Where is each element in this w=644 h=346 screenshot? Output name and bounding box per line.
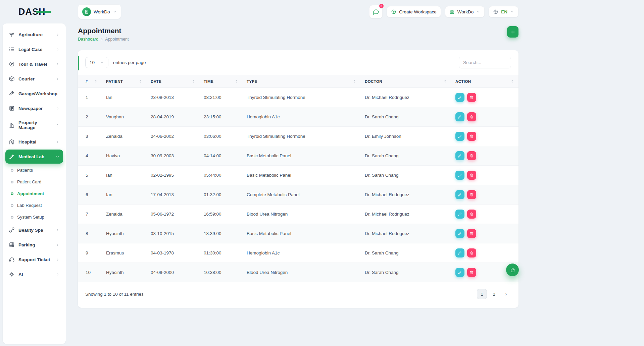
chevron-right-icon — [55, 243, 60, 247]
showing-entries-text: Showing 1 to 10 of 11 entries — [85, 292, 144, 297]
column-header-type[interactable]: TYPE — [243, 75, 361, 88]
cell-date: 17-04-2013 — [147, 185, 200, 205]
page-button-2[interactable]: 2 — [489, 289, 499, 299]
next-page-button[interactable]: › — [501, 289, 511, 299]
tour-icon — [9, 61, 15, 67]
sidebar-item-parking[interactable]: Parking — [5, 238, 63, 252]
sidebar-item-label: Hospital — [18, 139, 36, 145]
add-appointment-button[interactable] — [507, 26, 518, 38]
cell-actions — [451, 185, 518, 205]
sidebar-item-newspaper[interactable]: Newspaper — [5, 101, 63, 115]
workspace-selector[interactable]: WorkDo — [78, 4, 121, 19]
sidebar-item-label: Beauty Spa — [18, 228, 43, 233]
sidebar-item-medical-lab[interactable]: Medical Lab — [5, 150, 63, 164]
edit-button[interactable] — [455, 210, 464, 219]
pencil-icon — [458, 154, 462, 158]
column-header-doctor[interactable]: DOCTOR — [361, 75, 451, 88]
bullet-icon — [11, 204, 13, 207]
sort-icon — [352, 79, 357, 83]
delete-button[interactable] — [467, 190, 476, 199]
search-input[interactable] — [459, 57, 511, 68]
chevron-right-icon — [55, 33, 60, 37]
sidebar-item-ai[interactable]: AI — [5, 267, 63, 281]
cell-patient: Zenaida — [102, 127, 147, 146]
edit-button[interactable] — [455, 171, 464, 180]
pencil-icon — [458, 115, 462, 119]
sidebar-subitem-lab-request[interactable]: Lab Request — [5, 199, 63, 211]
sidebar-subitem-patient-card[interactable]: Patient Card — [5, 176, 63, 188]
delete-button[interactable] — [467, 93, 476, 102]
column-header-[interactable]: # — [78, 75, 102, 88]
trash-icon — [469, 251, 474, 255]
column-header-time[interactable]: TIME — [200, 75, 243, 88]
sidebar-item-beauty-spa[interactable]: Beauty Spa — [5, 223, 63, 237]
cell-num: 9 — [78, 243, 102, 263]
breadcrumb-dashboard[interactable]: Dashboard — [78, 37, 98, 42]
edit-button[interactable] — [455, 112, 464, 121]
sort-icon — [94, 79, 98, 83]
sidebar-item-hospital[interactable]: Hospital — [5, 135, 63, 149]
edit-button[interactable] — [455, 248, 464, 257]
sidebar-item-label: Support Ticket — [18, 257, 50, 262]
trash-icon — [469, 134, 474, 138]
page-head: Appointment Dashboard › Appointment — [78, 25, 518, 42]
sidebar-item-courier[interactable]: Courier — [5, 72, 63, 86]
sidebar-subitem-patients[interactable]: Patients — [5, 164, 63, 176]
card-toolbar: 10 entries per page — [78, 50, 518, 75]
table-row: 5Ian02-02-199505:44:00Basic Metabolic Pa… — [78, 166, 518, 185]
sidebar-item-agriculture[interactable]: Agriculture — [5, 27, 63, 42]
cell-doctor: Dr. Michael Rodriguez — [361, 88, 451, 107]
sidebar-item-support-ticket[interactable]: Support Ticket — [5, 252, 63, 267]
sidebar-subitem-appointment[interactable]: Appointment — [5, 188, 63, 199]
sort-icon — [191, 79, 196, 83]
delete-button[interactable] — [467, 229, 476, 238]
edit-button[interactable] — [455, 268, 464, 277]
delete-button[interactable] — [467, 151, 476, 160]
workdo-menu[interactable]: WorkDo — [445, 6, 485, 17]
sidebar-subitem-system-setup[interactable]: System Setup — [5, 211, 63, 223]
cell-doctor: Dr. Sarah Chang — [361, 243, 451, 263]
edit-button[interactable] — [455, 151, 464, 160]
cell-type: Basic Metabolic Panel — [243, 166, 361, 185]
sidebar-item-garage-workshop[interactable]: Garage/Workshop — [5, 86, 63, 101]
cell-patient: Ian — [102, 185, 147, 205]
edit-button[interactable] — [455, 93, 464, 102]
table-row: 8Hyacinth03-10-201518:39:00Basic Metabol… — [78, 224, 518, 243]
cart-fab-button[interactable] — [506, 264, 519, 276]
app-logo[interactable]: DASH — [18, 7, 46, 17]
language-selector[interactable]: EN — [489, 6, 518, 17]
column-header-date[interactable]: DATE — [147, 75, 200, 88]
delete-button[interactable] — [467, 132, 476, 141]
messages-button[interactable]: 0 — [369, 5, 383, 18]
page-button-1[interactable]: 1 — [477, 289, 487, 299]
column-header-action[interactable]: ACTION — [451, 75, 518, 88]
delete-button[interactable] — [467, 268, 476, 277]
sort-icon — [138, 79, 143, 83]
page-head-text: Appointment Dashboard › Appointment — [78, 25, 129, 42]
card-accent-bar — [78, 56, 79, 70]
delete-button[interactable] — [467, 171, 476, 180]
logo-wrap: DASH — [0, 7, 78, 17]
table-row: 1Ian23-08-201308:21:00Thyroid Stimulatin… — [78, 88, 518, 107]
chevron-right-icon — [55, 257, 60, 262]
sidebar-item-tour-travel[interactable]: Tour & Travel — [5, 57, 63, 71]
cell-date: 02-02-1995 — [147, 166, 200, 185]
entries-per-page-select[interactable]: 10 — [85, 57, 108, 68]
sidebar-item-legal-case[interactable]: Legal Case — [5, 42, 63, 56]
app-container: DASH WorkDo 0 Create Workspace WorkDo — [0, 0, 524, 344]
create-workspace-button[interactable]: Create Workspace — [387, 6, 441, 17]
cell-doctor: Dr. Michael Rodriguez — [361, 224, 451, 243]
edit-button[interactable] — [455, 190, 464, 199]
cell-time: 23:15:00 — [200, 107, 243, 127]
edit-button[interactable] — [455, 132, 464, 141]
pencil-icon — [458, 173, 462, 177]
delete-button[interactable] — [467, 210, 476, 219]
create-workspace-label: Create Workspace — [399, 9, 437, 14]
column-label: DATE — [151, 79, 161, 83]
delete-button[interactable] — [467, 112, 476, 121]
chevron-right-icon — [55, 106, 60, 111]
sidebar-item-property-manage[interactable]: Property Manage — [5, 116, 63, 134]
delete-button[interactable] — [467, 248, 476, 257]
column-header-patient[interactable]: PATIENT — [102, 75, 147, 88]
edit-button[interactable] — [455, 229, 464, 238]
